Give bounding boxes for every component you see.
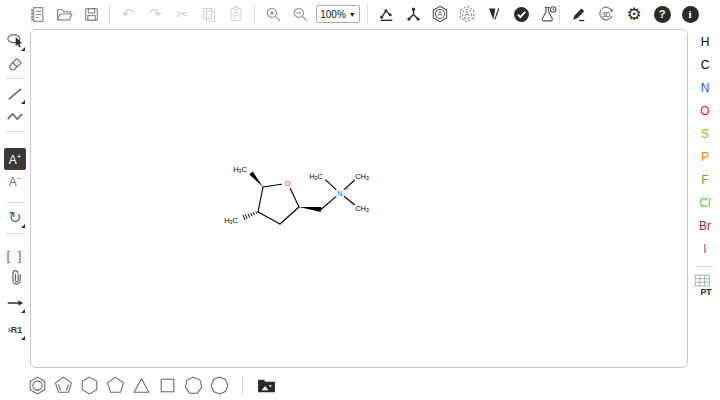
top-toolbar: ↶ ↷ ✂ — [0, 0, 720, 28]
erase-button[interactable] — [4, 52, 26, 74]
clean-up-button[interactable] — [402, 3, 424, 25]
atom-label-n-methyl-bottom: CH3 — [355, 204, 369, 214]
calculate-cip-button[interactable] — [483, 3, 505, 25]
atom-label-n-methyl-top: CH3 — [355, 172, 369, 182]
template-cyclopropane-button[interactable] — [130, 375, 152, 397]
layout-button[interactable] — [375, 3, 397, 25]
copy-button[interactable] — [198, 3, 220, 25]
template-cyclohexane-button[interactable] — [78, 375, 100, 397]
atom-label-oxygen: O — [285, 179, 291, 188]
molecule-structure[interactable]: H3C H3C O H3C CH3 CH3 N + — [220, 158, 376, 230]
layout-icon — [378, 6, 395, 23]
toolbar-divider — [109, 4, 110, 24]
template-benzene-button[interactable] — [26, 375, 48, 397]
rotate-button[interactable]: ↻ — [4, 207, 26, 229]
reaction-arrow-button[interactable] — [4, 292, 26, 314]
cyclopentadiene-icon — [53, 375, 74, 396]
aromatize-icon: A — [431, 5, 449, 23]
toolbar-divider — [6, 78, 24, 79]
zoom-level-value: 100% — [320, 9, 346, 20]
aromatize-button[interactable]: A — [429, 3, 451, 25]
check-structure-button[interactable] — [510, 3, 532, 25]
3d-viewer-button[interactable]: 3D — [595, 3, 617, 25]
cut-icon: ✂ — [176, 7, 188, 21]
cyclooctane-icon — [209, 375, 230, 396]
element-button-i[interactable]: I — [693, 237, 717, 260]
element-button-p[interactable]: P — [693, 145, 717, 168]
charge-minus-label: A− — [9, 174, 22, 189]
periodic-table-label: PT — [701, 287, 713, 297]
sgroup-brackets-button[interactable]: [ ] — [4, 244, 26, 266]
dearomatize-icon: A — [458, 5, 476, 23]
pencil-recognize-icon — [570, 6, 587, 23]
paste-icon[interactable] — [225, 3, 247, 25]
atom-label-methyl-c5: H3C — [233, 165, 247, 175]
chain-button[interactable] — [4, 105, 26, 127]
zoom-in-button[interactable] — [262, 3, 284, 25]
rgroup-label: ›R1 — [8, 325, 23, 335]
atom-label-methyl-c4: H3C — [224, 216, 238, 226]
element-button-o[interactable]: O — [693, 99, 717, 122]
settings-button[interactable]: ⚙ — [623, 3, 645, 25]
element-button-f[interactable]: F — [693, 168, 717, 191]
charge-plus-label: A+ — [9, 152, 22, 167]
toolbar-divider — [696, 266, 714, 267]
left-toolbar: A+ A− ↻ [ ] ›R1 — [2, 30, 28, 341]
element-button-cl[interactable]: Cl — [693, 191, 717, 214]
element-button-s[interactable]: S — [693, 122, 717, 145]
element-button-n[interactable]: N — [693, 76, 717, 99]
template-cyclopentane-button[interactable] — [104, 375, 126, 397]
template-toolbar — [26, 372, 277, 399]
element-button-br[interactable]: Br — [693, 214, 717, 237]
template-cyclobutane-button[interactable] — [156, 375, 178, 397]
dearomatize-button[interactable]: A — [456, 3, 478, 25]
rgroup-button[interactable]: ›R1 — [4, 319, 26, 341]
charge-plus-button[interactable]: A+ — [4, 148, 26, 170]
aromatize-letter: A — [438, 10, 443, 17]
single-bond-button[interactable] — [4, 83, 26, 105]
info-icon: i — [682, 6, 699, 23]
zoom-level-select[interactable]: 100% ▼ — [316, 5, 360, 23]
toolbar-divider — [6, 233, 24, 234]
toolbar-divider — [559, 4, 560, 24]
element-button-c[interactable]: C — [693, 53, 717, 76]
recognize-button[interactable] — [567, 3, 589, 25]
help-button[interactable]: ? — [651, 3, 673, 25]
cyclopropane-icon — [131, 375, 152, 396]
3d-rotate-icon: 3D — [597, 5, 615, 23]
clear-canvas-button[interactable] — [26, 3, 48, 25]
benzene-icon — [27, 375, 48, 396]
calculated-values-button[interactable] — [537, 3, 559, 25]
about-button[interactable]: i — [679, 3, 701, 25]
template-cyclooctane-button[interactable] — [208, 375, 230, 397]
toolbar-divider — [6, 131, 24, 132]
save-button[interactable] — [80, 3, 102, 25]
copy-icon — [201, 6, 217, 22]
toolbar-divider — [242, 376, 243, 396]
attachment-point-button[interactable] — [4, 266, 26, 288]
chain-icon — [6, 107, 24, 125]
cut-button[interactable]: ✂ — [171, 3, 193, 25]
atom-label-nitrogen: N — [337, 189, 342, 198]
undo-icon: ↶ — [122, 7, 135, 22]
cyclopentane-icon — [105, 375, 126, 396]
atom-label-n-methyl-left: H3C — [309, 172, 323, 182]
save-floppy-icon — [83, 6, 100, 23]
eraser-icon — [6, 54, 24, 72]
open-button[interactable] — [53, 3, 75, 25]
periodic-table-button[interactable]: PT — [693, 273, 717, 299]
zoom-out-button[interactable] — [289, 3, 311, 25]
template-cycloheptane-button[interactable] — [182, 375, 204, 397]
submenu-indicator — [21, 336, 25, 340]
lasso-selection-button[interactable] — [4, 30, 26, 52]
undo-button[interactable]: ↶ — [117, 3, 139, 25]
element-palette: H C N O S P F Cl Br I PT — [693, 30, 717, 299]
cip-wedge-icon — [486, 6, 502, 22]
ring-bonds — [258, 184, 299, 224]
charge-minus-button[interactable]: A− — [4, 170, 26, 192]
cyclohexane-icon — [79, 375, 100, 396]
template-cyclopentadiene-button[interactable] — [52, 375, 74, 397]
template-library-button[interactable] — [255, 375, 277, 397]
redo-button[interactable]: ↷ — [144, 3, 166, 25]
element-button-h[interactable]: H — [693, 30, 717, 53]
